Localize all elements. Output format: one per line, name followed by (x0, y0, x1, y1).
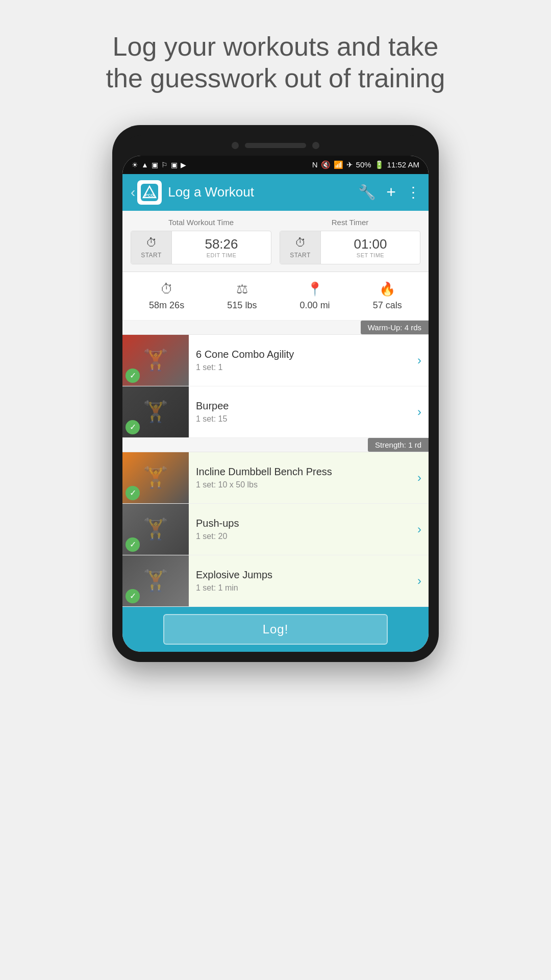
status-right-info: N 🔇 📶 ✈ 50% 🔋 11:52 AM (312, 160, 419, 169)
workout-item-1-0[interactable]: 🏋 ✓ Incline Dumbbell Bench Press 1 set: … (122, 452, 429, 504)
tagline-line2: the guesswork out of training (106, 63, 445, 93)
stat-duration: ⏱ 58m 26s (149, 281, 184, 311)
rest-start-label: START (290, 252, 311, 259)
workout-timer-value[interactable]: 58:26 EDIT TIME (172, 231, 271, 264)
workout-timer-block: Total Workout Time ⏱ START 58:26 EDIT TI… (131, 218, 271, 264)
workout-edit-label: EDIT TIME (207, 252, 237, 258)
bottom-bar: Log! (122, 607, 429, 652)
rest-start-icon: ⏱ (295, 236, 306, 250)
workout-thumb-0-0: 🏋 ✓ (122, 335, 189, 386)
status-icon-barcode: ▣ (171, 161, 178, 169)
section-badge-0: Warm-Up: 4 rds (361, 321, 429, 334)
status-icon-weather: ☀ (132, 161, 138, 169)
wrench-icon[interactable]: 🔧 (358, 184, 376, 201)
workout-item-0-0[interactable]: 🏋 ✓ 6 Cone Combo Agility 1 set: 1 › (122, 335, 429, 386)
workout-details-1-2: 1 set: 1 min (196, 583, 410, 593)
workout-name-1-2: Explosive Jumps (196, 569, 410, 581)
workout-info-1-2: Explosive Jumps 1 set: 1 min (189, 569, 417, 593)
workout-thumb-1-1: 🏋 ✓ (122, 504, 189, 555)
status-left-icons: ☀ ▲ ▣ ⚐ ▣ ▶ (132, 161, 186, 169)
workout-list: Warm-Up: 4 rds 🏋 ✓ 6 Cone Combo Agility … (122, 321, 429, 607)
workout-name-1-0: Incline Dumbbell Bench Press (196, 466, 410, 478)
workout-chevron-0-1: › (417, 405, 429, 419)
workout-chevron-1-0: › (417, 471, 429, 485)
back-button[interactable]: ‹ (131, 184, 135, 201)
app-logo[interactable]: PCG (137, 180, 162, 205)
status-wifi: 📶 (334, 160, 343, 169)
workout-timer-label: Total Workout Time (131, 218, 271, 227)
log-button[interactable]: Log! (163, 614, 388, 645)
add-icon[interactable]: + (386, 183, 396, 202)
workout-timer-start-button[interactable]: ⏱ START (131, 231, 172, 264)
rest-timer-start-button[interactable]: ⏱ START (280, 231, 321, 264)
section-badge-1: Strength: 1 rd (368, 438, 429, 452)
workout-chevron-1-1: › (417, 522, 429, 536)
rest-time-number: 01:00 (354, 236, 387, 252)
weight-icon: ⚖ (236, 281, 248, 297)
stopwatch-icon: ⏱ (160, 281, 173, 297)
workout-timer-controls: ⏱ START 58:26 EDIT TIME (131, 231, 271, 264)
check-badge-1-2: ✓ (126, 589, 140, 603)
workout-start-label: START (141, 252, 162, 259)
check-badge-0-1: ✓ (126, 420, 140, 434)
more-options-icon[interactable]: ⋮ (406, 184, 420, 201)
workout-details-1-0: 1 set: 10 x 50 lbs (196, 480, 410, 489)
rest-timer-value[interactable]: 01:00 SET TIME (321, 231, 420, 264)
phone-top-hardware (122, 135, 429, 156)
camera-dot-right (312, 142, 319, 149)
workout-time-number: 58:26 (205, 236, 238, 252)
phone-shell: ☀ ▲ ▣ ⚐ ▣ ▶ N 🔇 📶 ✈ 50% 🔋 11:52 AM ‹ (112, 125, 439, 662)
workout-name-1-1: Push-ups (196, 518, 410, 529)
stat-duration-value: 58m 26s (149, 300, 184, 311)
location-icon: 📍 (307, 281, 323, 297)
stats-row: ⏱ 58m 26s ⚖ 515 lbs 📍 0.00 mi 🔥 57 cals (122, 272, 429, 321)
pcg-logo-svg: PCG (140, 183, 159, 202)
status-mute: 🔇 (321, 160, 331, 169)
rest-timer-block: Rest Timer ⏱ START 01:00 SET TIME (280, 218, 420, 264)
status-battery: 50% (356, 160, 371, 169)
status-icon-play: ▶ (181, 161, 186, 169)
stat-distance: 📍 0.00 mi (300, 281, 330, 311)
workout-details-0-1: 1 set: 15 (196, 414, 410, 424)
stat-weight: ⚖ 515 lbs (227, 281, 257, 311)
workout-info-0-1: Burpee 1 set: 15 (189, 400, 417, 424)
section-strip-1: Strength: 1 rd (122, 438, 429, 452)
timer-section: Total Workout Time ⏱ START 58:26 EDIT TI… (122, 211, 429, 272)
stat-calories: 🔥 57 cals (373, 281, 402, 311)
status-nfc: N (312, 160, 318, 169)
workout-chevron-0-0: › (417, 353, 429, 368)
status-icon-image: ▣ (152, 161, 158, 169)
section-strip-0: Warm-Up: 4 rds (122, 321, 429, 335)
stat-weight-value: 515 lbs (227, 300, 257, 311)
timer-row: Total Workout Time ⏱ START 58:26 EDIT TI… (131, 218, 420, 264)
rest-set-label: SET TIME (357, 252, 384, 258)
workout-info-1-0: Incline Dumbbell Bench Press 1 set: 10 x… (189, 466, 417, 489)
svg-text:PCG: PCG (145, 193, 154, 198)
workout-details-0-0: 1 set: 1 (196, 363, 410, 372)
tagline: Log your workouts and take the guesswork… (97, 31, 454, 94)
workout-start-icon: ⏱ (146, 236, 157, 250)
camera-dot (232, 142, 239, 149)
fire-icon: 🔥 (379, 281, 395, 297)
status-icon-warning: ▲ (141, 161, 148, 169)
workout-info-1-1: Push-ups 1 set: 20 (189, 518, 417, 541)
workout-chevron-1-2: › (417, 574, 429, 588)
check-badge-0-0: ✓ (126, 369, 140, 383)
stat-calories-value: 57 cals (373, 300, 402, 311)
rest-timer-label: Rest Timer (280, 218, 420, 227)
workout-item-1-2[interactable]: 🏋 ✓ Explosive Jumps 1 set: 1 min › (122, 555, 429, 607)
workout-name-0-1: Burpee (196, 400, 410, 412)
status-bar: ☀ ▲ ▣ ⚐ ▣ ▶ N 🔇 📶 ✈ 50% 🔋 11:52 AM (122, 156, 429, 174)
workout-item-0-1[interactable]: 🏋 ✓ Burpee 1 set: 15 › (122, 386, 429, 438)
rest-timer-controls: ⏱ START 01:00 SET TIME (280, 231, 420, 264)
workout-thumb-1-2: 🏋 ✓ (122, 555, 189, 606)
workout-item-1-1[interactable]: 🏋 ✓ Push-ups 1 set: 20 › (122, 504, 429, 555)
workout-thumb-0-1: 🏋 ✓ (122, 386, 189, 437)
speaker-grille (245, 143, 306, 148)
status-battery-icon: 🔋 (374, 160, 384, 169)
stat-distance-value: 0.00 mi (300, 300, 330, 311)
app-bar-title: Log a Workout (168, 184, 358, 200)
workout-name-0-0: 6 Cone Combo Agility (196, 349, 410, 360)
app-bar-actions: 🔧 + ⋮ (358, 183, 420, 202)
status-time: 11:52 AM (387, 160, 419, 169)
